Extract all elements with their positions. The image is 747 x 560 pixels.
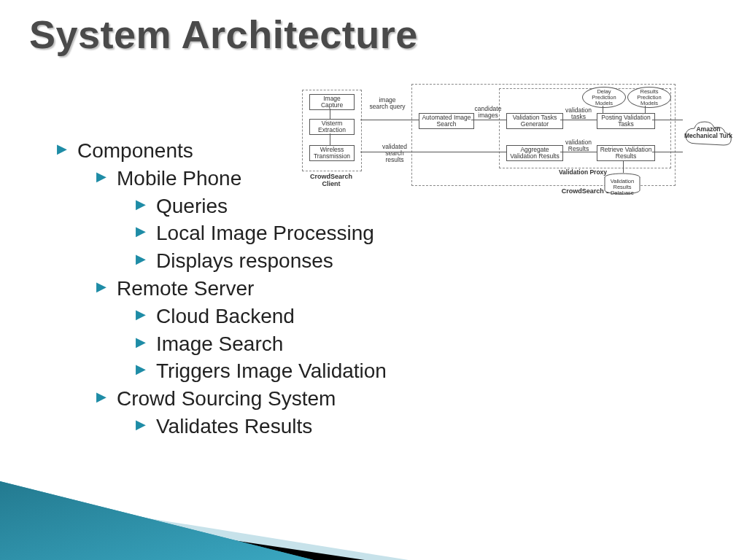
edge-label-validated: validated search results <box>376 144 413 163</box>
arrow-line <box>330 109 330 119</box>
arrow-line <box>652 152 683 152</box>
box-results-model: Results Prediction Models <box>627 87 671 108</box>
triangle-bullet-icon: ▶ <box>136 219 146 243</box>
svg-marker-2 <box>0 505 365 560</box>
outline-subitem: ▶ Triggers Image Validation <box>136 357 387 385</box>
outline-text: Local Image Processing <box>156 219 374 247</box>
slide-title: System Architecture <box>29 12 418 57</box>
box-image-capture: Image Capture <box>309 94 355 110</box>
outline-text: Validates Results <box>156 413 312 440</box>
db-label: Validation Results Database <box>603 179 642 196</box>
triangle-bullet-icon: ▶ <box>96 165 107 188</box>
outline-text: Crowd Sourcing System <box>117 385 336 413</box>
outline-text: Components <box>77 137 193 165</box>
architecture-diagram: CrowdSearch Client Image Capture Visterm… <box>302 84 740 215</box>
outline-text: Remote Server <box>117 275 254 303</box>
edge-label-query: image search query <box>369 97 406 110</box>
outline-subitem: ▶ Validates Results <box>136 413 387 440</box>
outline-text: Displays responses <box>156 247 333 275</box>
box-delay-model: Delay Prediction Models <box>582 87 626 108</box>
outline-item-crowd: ▶ Crowd Sourcing System <box>96 385 387 413</box>
triangle-bullet-icon: ▶ <box>136 192 146 216</box>
outline-subitem: ▶ Cloud Backend <box>136 303 387 330</box>
triangle-bullet-icon: ▶ <box>136 247 146 271</box>
triangle-bullet-icon: ▶ <box>136 357 146 381</box>
arrow-line <box>645 106 646 113</box>
arrow-line <box>360 152 506 152</box>
outline-text: Triggers Image Validation <box>156 357 387 385</box>
outline-subitem: ▶ Displays responses <box>136 247 387 275</box>
box-posting: Posting Validation Tasks <box>597 113 655 129</box>
arrow-line <box>560 152 597 152</box>
slide: System Architecture ▶ Components ▶ Mobil… <box>0 0 747 560</box>
edge-label-candidates: candidate images <box>471 106 505 119</box>
box-aggregate: Aggregate Validation Results <box>506 145 563 161</box>
outline-item-server: ▶ Remote Server <box>96 275 387 303</box>
box-task-gen: Validation Tasks Generator <box>506 113 563 129</box>
outline-text: Mobile Phone <box>117 165 241 192</box>
outline-subitem: ▶ Local Image Processing <box>136 219 387 247</box>
server-group-label: CrowdSearch Server <box>521 187 667 195</box>
cloud-label: Amazon Mechanical Turk <box>683 126 734 140</box>
edge-label-valtasks: validation tasks <box>562 107 595 120</box>
arrow-line <box>471 120 506 120</box>
svg-marker-1 <box>0 494 409 560</box>
arrow-line <box>652 120 683 120</box>
outline-text: Image Search <box>156 330 283 358</box>
triangle-bullet-icon: ▶ <box>57 137 67 160</box>
outline-text: Queries <box>156 192 228 220</box>
outline-subitem: ▶ Image Search <box>136 330 387 358</box>
client-group-label: CrowdSearch Client <box>302 173 360 187</box>
box-auto-search: Automated Image Search <box>419 113 474 129</box>
outline-text: Cloud Backend <box>156 303 295 330</box>
box-wireless: Wireless Transmission <box>309 145 355 161</box>
db-cylinder-icon: Validation Results Database <box>603 173 642 199</box>
triangle-bullet-icon: ▶ <box>136 330 146 354</box>
box-visterm: Visterm Extraction <box>309 119 355 135</box>
arrow-line <box>360 120 419 120</box>
triangle-bullet-icon: ▶ <box>136 303 146 326</box>
arrow-line <box>330 133 330 145</box>
edge-label-valresults: validation Results <box>562 139 595 152</box>
arrow-line <box>560 120 597 120</box>
triangle-bullet-icon: ▶ <box>96 385 107 408</box>
arrow-line <box>603 106 603 113</box>
box-retrieve: Retrieve Validation Results <box>597 145 655 161</box>
triangle-bullet-icon: ▶ <box>136 413 146 436</box>
arrow-line <box>623 161 624 173</box>
svg-marker-4 <box>0 481 314 560</box>
cloud-amazon-mturk: Amazon Mechanical Turk <box>683 120 734 149</box>
svg-marker-3 <box>0 481 314 560</box>
triangle-bullet-icon: ▶ <box>96 275 107 298</box>
